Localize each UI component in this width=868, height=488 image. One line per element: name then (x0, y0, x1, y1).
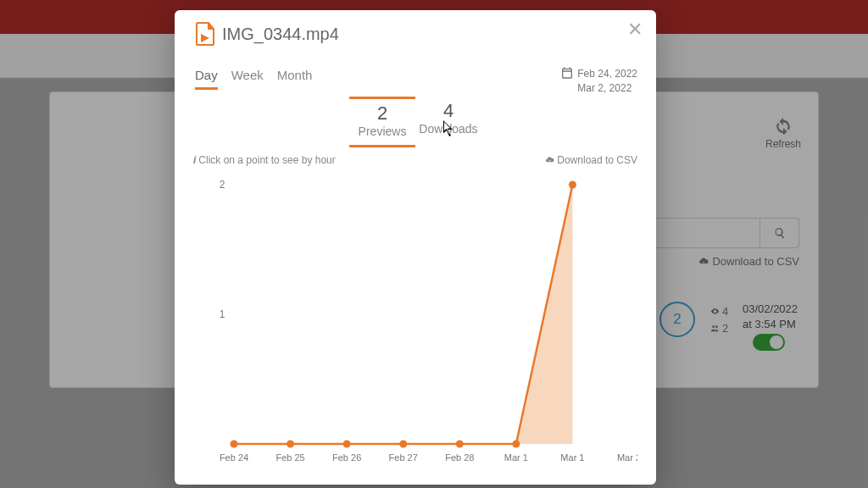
svg-text:2: 2 (220, 179, 225, 191)
tab-month[interactable]: Month (277, 68, 313, 90)
close-icon: ✕ (627, 19, 643, 40)
svg-point-4 (343, 441, 351, 448)
svg-point-3 (287, 441, 294, 448)
svg-text:Feb 28: Feb 28 (445, 452, 474, 463)
calendar-icon (560, 66, 574, 80)
svg-point-8 (569, 181, 576, 189)
svg-text:Feb 25: Feb 25 (275, 452, 304, 463)
svg-text:1: 1 (220, 308, 225, 320)
svg-point-2 (231, 441, 238, 448)
svg-text:Mar 1: Mar 1 (504, 452, 528, 463)
video-file-icon (195, 22, 215, 46)
file-stats-modal: ✕ IMG_0344.mp4 Day Week Month Feb 24, 20… (175, 10, 656, 485)
close-button[interactable]: ✕ (627, 20, 643, 39)
svg-text:Feb 26: Feb 26 (332, 452, 361, 463)
metric-downloads[interactable]: 4 Downloads (415, 97, 481, 147)
info-icon: i (193, 154, 196, 166)
previews-chart[interactable]: 12Feb 24Feb 25Feb 26Feb 27Feb 28Mar 1Mar… (193, 176, 637, 466)
modal-title: IMG_0344.mp4 (195, 22, 339, 46)
svg-point-6 (456, 441, 464, 448)
svg-text:Feb 24: Feb 24 (220, 452, 248, 463)
tab-week[interactable]: Week (231, 68, 264, 90)
svg-text:Mar 2: Mar 2 (617, 452, 637, 463)
cloud-download-icon (545, 155, 554, 164)
svg-point-7 (512, 441, 520, 448)
metric-tabs: 2 Previews 4 Downloads (175, 97, 656, 147)
svg-text:Mar 1: Mar 1 (560, 452, 584, 463)
metric-previews[interactable]: 2 Previews (349, 97, 415, 147)
range-tabs: Day Week Month (195, 68, 312, 90)
download-csv[interactable]: Download to CSV (545, 154, 637, 166)
chart-hint: iClick on a point to see by hour (193, 154, 336, 166)
tab-day[interactable]: Day (195, 68, 218, 90)
svg-point-5 (399, 441, 407, 448)
svg-text:Feb 27: Feb 27 (389, 452, 418, 463)
date-range: Feb 24, 2022 Mar 2, 2022 (560, 66, 637, 96)
chart-svg: 12Feb 24Feb 25Feb 26Feb 27Feb 28Mar 1Mar… (193, 176, 637, 466)
